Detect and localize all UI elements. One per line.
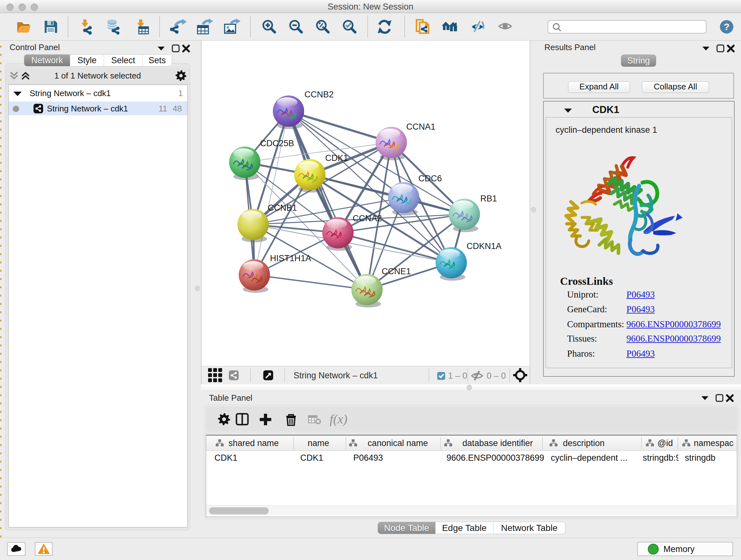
svg-text:RB1: RB1 bbox=[480, 194, 497, 203]
svg-text:@id: @id bbox=[657, 438, 673, 448]
svg-text:0 – 0: 0 – 0 bbox=[487, 371, 506, 381]
svg-text:database identifier: database identifier bbox=[462, 438, 533, 448]
svg-text:CDK1: CDK1 bbox=[325, 153, 348, 163]
svg-text:CCNB1: CCNB1 bbox=[268, 203, 297, 212]
svg-text:CCNB2: CCNB2 bbox=[305, 90, 334, 99]
svg-text:CDKN1A: CDKN1A bbox=[467, 241, 502, 251]
svg-text:CDC25B: CDC25B bbox=[260, 138, 294, 148]
svg-text:1 – 0: 1 – 0 bbox=[448, 371, 467, 381]
svg-text:shared name: shared name bbox=[228, 438, 279, 448]
svg-text:CCNE1: CCNE1 bbox=[382, 266, 411, 276]
svg-text:CCNA1: CCNA1 bbox=[406, 122, 435, 132]
svg-text:HIST1H1A: HIST1H1A bbox=[270, 253, 311, 263]
svg-text:name: name bbox=[308, 438, 329, 448]
svg-text:canonical name: canonical name bbox=[367, 438, 428, 448]
svg-text:CDC6: CDC6 bbox=[418, 174, 442, 183]
svg-text:f(x): f(x) bbox=[330, 412, 347, 426]
svg-text:description: description bbox=[563, 438, 605, 448]
svg-text:String Network – cdk1: String Network – cdk1 bbox=[293, 371, 378, 380]
svg-text:CCNA2: CCNA2 bbox=[353, 213, 382, 223]
svg-text:namespac: namespac bbox=[694, 438, 734, 448]
